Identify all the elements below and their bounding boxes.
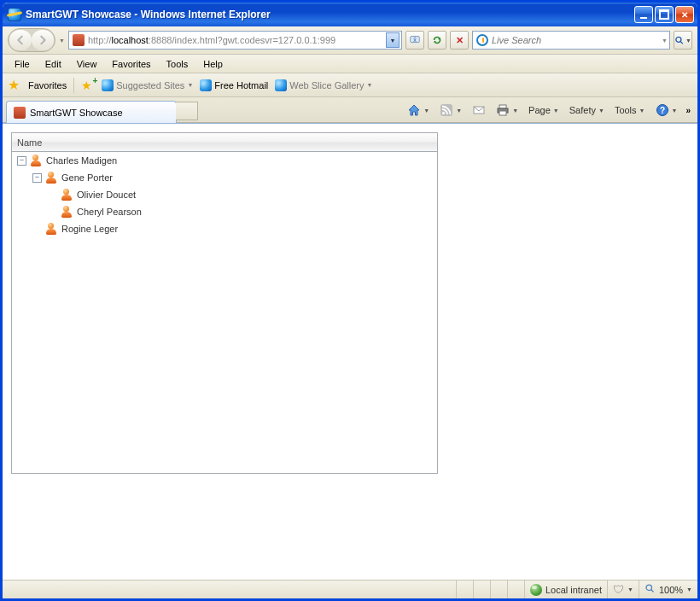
add-favorite-icon[interactable]: ★ [81, 79, 95, 92]
help-icon: ? [656, 103, 669, 117]
status-bar: Local intranet 🛡 ▼ 100% ▼ [3, 580, 697, 598]
menu-help[interactable]: Help [196, 57, 230, 71]
svg-point-11 [646, 585, 652, 591]
tree-row[interactable]: −Charles Madigen [12, 152, 437, 169]
collapse-toggle[interactable]: − [17, 156, 26, 166]
tree-row[interactable]: Olivier Doucet [12, 186, 437, 203]
tree-node-label: Gene Porter [61, 172, 113, 183]
zoom-value: 100% [659, 585, 683, 595]
ie-icon [200, 79, 212, 91]
treegrid-header-name[interactable]: Name [12, 133, 437, 152]
new-tab-button[interactable] [176, 102, 198, 120]
chevron-down-icon: ▼ [685, 38, 691, 44]
window-controls [634, 6, 694, 23]
tab-title: SmartGWT Showcase [30, 108, 123, 118]
search-box[interactable]: ▼ [472, 31, 670, 50]
search-icon [674, 35, 685, 46]
favorites-bar: ★ Favorites ★ Suggested Sites ▼ Free Hot… [3, 73, 697, 97]
tree-row[interactable]: Rogine Leger [12, 220, 437, 237]
maximize-button[interactable] [655, 6, 674, 23]
chevron-down-icon: ▼ [639, 108, 645, 114]
chevron-down-icon: ▼ [553, 108, 559, 114]
tab-favicon-icon [14, 107, 26, 119]
page-content: Name −Charles Madigen−Gene PorterOlivier… [3, 123, 697, 580]
status-seg [473, 581, 490, 598]
chevron-down-icon: ▼ [627, 586, 633, 592]
safety-menu[interactable]: Safety ▼ [566, 101, 608, 120]
overflow-button[interactable]: » [684, 106, 692, 115]
nav-history-dropdown[interactable]: ▼ [59, 38, 65, 44]
tree-leaf-spacer [48, 207, 57, 217]
close-button[interactable] [675, 6, 694, 23]
collapse-toggle[interactable]: − [32, 173, 42, 183]
menu-file[interactable]: File [8, 57, 37, 71]
search-provider-dropdown[interactable]: ▼ [662, 38, 668, 44]
nav-arrows [8, 28, 55, 52]
address-bar[interactable]: http://localhost:8888/index.html?gwt.cod… [68, 31, 402, 50]
chevron-down-icon: ▼ [367, 82, 373, 88]
search-go-button[interactable]: ▼ [674, 31, 692, 50]
address-dropdown[interactable]: ▼ [386, 32, 400, 48]
status-seg [456, 581, 473, 598]
rss-icon [440, 103, 453, 117]
favorites-label[interactable]: Favorites [28, 80, 67, 90]
menu-bar: File Edit View Favorites Tools Help [3, 55, 697, 73]
security-zone[interactable]: Local intranet [524, 581, 607, 598]
print-button[interactable]: ▼ [493, 101, 522, 120]
svg-rect-8 [499, 111, 506, 115]
compat-view-button[interactable] [405, 31, 424, 50]
print-icon [496, 103, 510, 117]
person-icon [61, 206, 73, 218]
tab-smartgwt-showcase[interactable]: SmartGWT Showcase [6, 101, 177, 123]
svg-point-1 [676, 37, 681, 42]
svg-rect-6 [499, 105, 506, 108]
back-button[interactable] [9, 30, 32, 50]
home-button[interactable]: ▼ [404, 101, 433, 120]
protected-mode[interactable]: 🛡 ▼ [607, 581, 639, 598]
chevron-down-icon: ▼ [512, 108, 518, 114]
help-button[interactable]: ? ▼ [652, 101, 681, 120]
menu-edit[interactable]: Edit [38, 57, 68, 71]
nav-toolbar: ▼ http://localhost:8888/index.html?gwt.c… [3, 26, 697, 55]
menu-view[interactable]: View [70, 57, 104, 71]
stop-button[interactable]: ✕ [450, 31, 469, 50]
zoom-control[interactable]: 100% ▼ [639, 581, 697, 598]
menu-favorites[interactable]: Favorites [105, 57, 157, 71]
tree-row[interactable]: −Gene Porter [12, 169, 437, 186]
search-input[interactable] [492, 35, 658, 45]
refresh-button[interactable] [428, 31, 446, 50]
chevron-down-icon: ▼ [672, 108, 678, 114]
forward-button[interactable] [32, 30, 54, 50]
fav-free-hotmail[interactable]: Free Hotmail [200, 79, 268, 91]
menu-tools[interactable]: Tools [160, 57, 195, 71]
page-menu[interactable]: Page ▼ [525, 101, 563, 120]
star-icon: ★ [8, 79, 21, 92]
ie-logo-icon [8, 8, 21, 21]
minimize-button[interactable] [634, 6, 653, 23]
chevron-down-icon: ▼ [423, 108, 429, 114]
ie-icon [102, 79, 114, 91]
globe-icon [530, 584, 542, 596]
feeds-button[interactable]: ▼ [436, 101, 465, 120]
ie-icon [275, 79, 287, 91]
person-icon [61, 189, 73, 201]
read-mail-button[interactable] [469, 101, 489, 120]
zone-label: Local intranet [545, 585, 602, 595]
tree-node-label: Charles Madigen [46, 155, 117, 166]
titlebar: SmartGWT Showcase - Windows Internet Exp… [3, 3, 697, 26]
chevron-down-icon: ▼ [686, 586, 692, 592]
tree-leaf-spacer [48, 190, 57, 200]
fav-suggested-sites[interactable]: Suggested Sites ▼ [102, 79, 193, 91]
tree-row[interactable]: Cheryl Pearson [12, 203, 437, 220]
person-icon [30, 155, 42, 166]
employee-treegrid[interactable]: Name −Charles Madigen−Gene PorterOlivier… [11, 132, 438, 474]
bing-icon [476, 34, 488, 46]
tree-node-label: Cheryl Pearson [77, 207, 142, 217]
status-seg [507, 581, 524, 598]
forward-icon [37, 34, 49, 46]
tools-menu[interactable]: Tools ▼ [611, 101, 649, 120]
back-icon [15, 34, 26, 46]
command-bar: ▼ ▼ ▼ Page ▼ Safety ▼ Tools [404, 101, 692, 120]
fav-web-slice-gallery[interactable]: Web Slice Gallery ▼ [275, 79, 372, 91]
compat-icon [409, 34, 421, 46]
